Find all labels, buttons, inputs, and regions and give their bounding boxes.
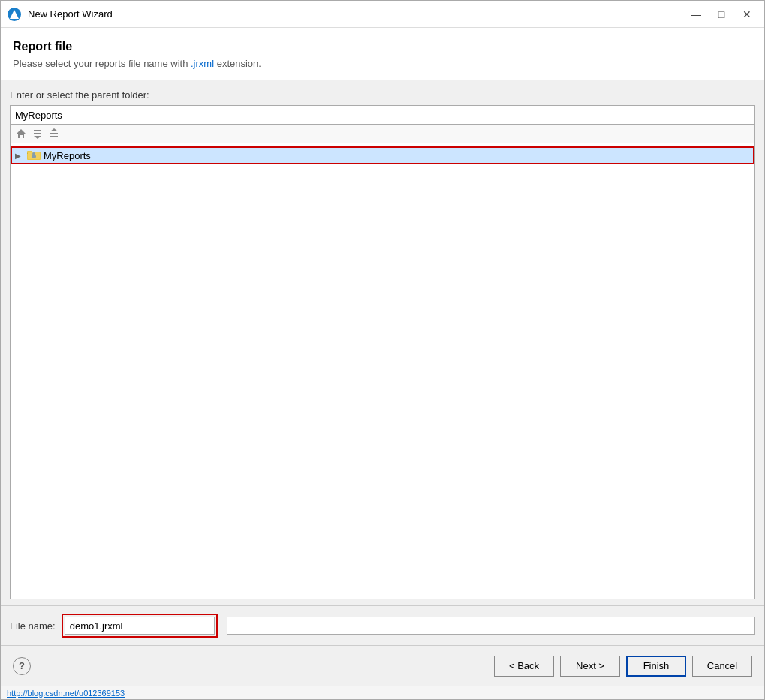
filename-input-wrapper bbox=[62, 614, 218, 638]
filename-label: File name: bbox=[10, 620, 56, 632]
filename-section: File name: bbox=[1, 605, 764, 645]
svg-marker-2 bbox=[17, 129, 26, 138]
filename-extension-input[interactable] bbox=[227, 617, 755, 635]
tree-item-myreports[interactable]: ▶ MyReports bbox=[11, 146, 754, 164]
tree-expand-button[interactable] bbox=[47, 127, 62, 140]
svg-point-13 bbox=[32, 152, 35, 155]
close-button[interactable]: ✕ bbox=[736, 6, 758, 23]
main-body: Enter or select the parent folder: bbox=[1, 80, 764, 605]
folder-input[interactable] bbox=[10, 105, 755, 125]
tree-toolbar bbox=[11, 125, 754, 143]
collapse-icon bbox=[32, 128, 43, 139]
wizard-page-title: Report file bbox=[13, 40, 752, 53]
svg-marker-5 bbox=[34, 136, 41, 139]
tree-home-button[interactable] bbox=[14, 127, 29, 140]
svg-marker-8 bbox=[50, 128, 58, 131]
subtitle-post: extension. bbox=[214, 58, 261, 69]
wizard-subtitle: Please select your reports file name wit… bbox=[13, 58, 752, 69]
next-button[interactable]: Next > bbox=[560, 656, 620, 677]
bottom-bar: ? < Back Next > Finish Cancel bbox=[1, 645, 764, 686]
status-url[interactable]: http://blog.csdn.net/u012369153 bbox=[7, 689, 125, 698]
window-content: Report file Please select your reports f… bbox=[1, 28, 764, 699]
window-controls: — □ ✕ bbox=[685, 6, 758, 23]
subtitle-link[interactable]: .jrxml bbox=[191, 58, 214, 69]
title-bar: New Report Wizard — □ ✕ bbox=[1, 1, 764, 28]
svg-rect-3 bbox=[34, 133, 41, 134]
expand-icon bbox=[49, 128, 59, 139]
svg-rect-7 bbox=[50, 136, 58, 137]
svg-rect-4 bbox=[34, 130, 41, 131]
expand-arrow: ▶ bbox=[15, 152, 27, 160]
subtitle-pre: Please select your reports file name wit… bbox=[13, 58, 191, 69]
tree-content: ▶ MyReports bbox=[11, 143, 754, 167]
bottom-right: < Back Next > Finish Cancel bbox=[494, 656, 752, 677]
tree-item-label: MyReports bbox=[44, 150, 91, 161]
home-icon bbox=[16, 128, 26, 139]
wizard-header: Report file Please select your reports f… bbox=[1, 28, 764, 80]
back-button[interactable]: < Back bbox=[494, 656, 554, 677]
maximize-button[interactable]: □ bbox=[710, 6, 733, 23]
window-title: New Report Wizard bbox=[28, 8, 685, 20]
svg-rect-14 bbox=[32, 155, 36, 158]
tree-collapse-button[interactable] bbox=[30, 127, 45, 140]
finish-button[interactable]: Finish bbox=[626, 656, 686, 677]
minimize-button[interactable]: — bbox=[685, 6, 707, 23]
wizard-window: New Report Wizard — □ ✕ Report file Plea… bbox=[0, 0, 765, 700]
help-button[interactable]: ? bbox=[13, 657, 31, 675]
cancel-button[interactable]: Cancel bbox=[692, 656, 752, 677]
folder-icon bbox=[27, 149, 41, 161]
folder-tree-container: ▶ MyReports bbox=[10, 125, 755, 599]
status-bar: http://blog.csdn.net/u012369153 bbox=[1, 686, 764, 699]
svg-rect-6 bbox=[50, 133, 58, 134]
bottom-left: ? bbox=[13, 657, 494, 675]
folder-label: Enter or select the parent folder: bbox=[10, 89, 755, 101]
filename-input[interactable] bbox=[65, 617, 215, 635]
app-icon bbox=[7, 7, 22, 22]
